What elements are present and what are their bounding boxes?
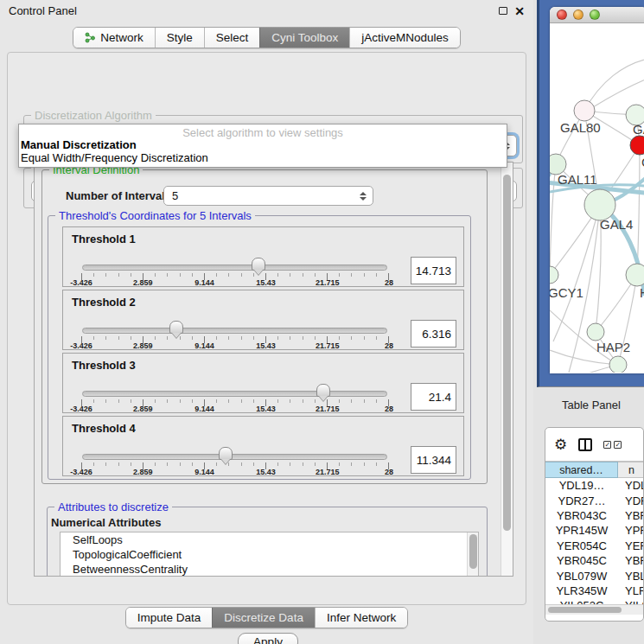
list-item[interactable]: SelfLoops [61, 532, 478, 547]
threshold-1-label: Threshold 1 [72, 233, 136, 245]
list-item[interactable]: TopologicalCoefficient [61, 547, 478, 562]
threshold-1-slider-thumb[interactable] [252, 258, 265, 271]
attributes-list-scrollbar[interactable] [467, 532, 478, 577]
threshold-4-panel: Threshold 4 -3.426 2.859 9.144 15.43 21.… [62, 416, 464, 476]
interval-definition-group: Interval Definition Number of Intervals … [41, 169, 488, 484]
select-columns-icons[interactable] [603, 441, 622, 449]
node-gal80 [574, 100, 595, 121]
threshold-4-tick-labels: -3.426 2.859 9.144 15.43 21.715 28 [81, 468, 389, 476]
label-gal4: GAL4 [600, 217, 633, 232]
number-of-intervals-value: 5 [172, 189, 178, 202]
node-gcy1 [550, 266, 558, 284]
node-bottom [609, 356, 627, 373]
threshold-2-slider-track[interactable] [82, 328, 387, 334]
close-icon[interactable]: ✕ [514, 5, 525, 17]
float-window-icon[interactable] [499, 7, 507, 15]
control-panel-titlebar: Control Panel ✕ [0, 0, 533, 22]
network-nodes[interactable] [550, 100, 644, 373]
tab-impute-data[interactable]: Impute Data [126, 608, 213, 628]
tab-jactivemnodules[interactable]: jActiveMNodules [349, 28, 460, 48]
number-of-intervals-label: Number of Intervals [66, 189, 171, 202]
threshold-1-value-field[interactable]: 14.713 [411, 257, 456, 284]
window-title: Control Panel [9, 4, 77, 17]
threshold-1-slider-track[interactable] [82, 265, 387, 271]
attributes-group: Attributes to discretize Numerical Attri… [47, 507, 488, 577]
attributes-group-title: Attributes to discretize [54, 501, 172, 513]
screen: Control Panel ✕ [0, 0, 644, 644]
table-horizontal-scrollbar[interactable] [545, 604, 643, 615]
numerical-attributes-label: Numerical Attributes [51, 516, 161, 529]
threshold-3-label: Threshold 3 [72, 359, 136, 372]
bottom-tab-bar: Impute Data Discretize Data Infer Networ… [0, 607, 533, 628]
top-tab-bar: Network Style Select Cyni Toolbox jActiv… [0, 27, 533, 48]
tab-style[interactable]: Style [155, 28, 204, 48]
zoom-traffic-light-icon[interactable] [590, 10, 600, 20]
threshold-2-label: Threshold 2 [72, 296, 136, 309]
threshold-2-value-field[interactable]: 6.316 [411, 320, 456, 348]
table-header-row: shared… n [545, 462, 643, 478]
discretization-algorithm-title: Discretization Algorithm [31, 109, 156, 122]
column-header-shared[interactable]: shared… [545, 462, 618, 478]
table-row[interactable]: YER054C YER0 [545, 539, 643, 553]
table-row[interactable]: YBR043C YBR0 [545, 508, 643, 523]
threshold-4-slider-track[interactable] [82, 454, 387, 460]
column-layout-icon[interactable] [578, 438, 592, 451]
table-panel-toolbar: ⚙ [545, 428, 643, 462]
menu-item-equal-width-frequency[interactable]: Equal Width/Frequency Discretization [19, 151, 507, 164]
threshold-1-panel: Threshold 1 -3.426 2.859 9.144 15.43 21.… [62, 226, 464, 287]
node-red-selected [630, 136, 644, 155]
settings-scroll-pane: Interval Definition Number of Intervals … [34, 162, 513, 577]
label-gal80: GAL80 [560, 120, 601, 135]
threshold-3-tick-labels: -3.426 2.859 9.144 15.43 21.715 28 [81, 405, 389, 413]
tab-network-label: Network [100, 31, 143, 44]
control-panel-window: Control Panel ✕ [0, 0, 533, 644]
threshold-3-slider-thumb[interactable] [316, 384, 330, 397]
checkbox-icon [603, 441, 611, 449]
number-of-intervals-spinner[interactable]: 5 [163, 186, 373, 206]
threshold-4-slider-thumb[interactable] [219, 447, 233, 460]
threshold-2-panel: Threshold 2 -3.426 2.859 9.144 15.43 21.… [62, 290, 464, 350]
table-row[interactable]: YDL19… YDL1 [545, 478, 643, 493]
table-body: YDL19… YDL1 YDR27… YDR2 YBR043C YBR0 YPR… [545, 478, 643, 614]
minimize-traffic-light-icon[interactable] [573, 10, 583, 20]
algorithm-placeholder: Select algorithm to view settings [19, 124, 507, 138]
table-row[interactable]: YDR27… YDR2 [545, 493, 643, 507]
network-canvas[interactable]: GAL80 GA C GAL11 GAL4 GCY1 H HAP2 [550, 23, 644, 373]
threshold-2-slider-thumb[interactable] [169, 321, 183, 334]
threshold-3-value-field[interactable]: 21.4 [411, 383, 456, 411]
table-row[interactable]: YBL079W YBL0 [545, 568, 643, 583]
label-gcy1: GCY1 [550, 285, 583, 300]
settings-vertical-scrollbar[interactable] [501, 163, 513, 576]
node-hap2 [587, 323, 604, 341]
threshold-4-label: Threshold 4 [72, 422, 136, 435]
tab-discretize-data[interactable]: Discretize Data [212, 608, 315, 628]
list-item[interactable]: BetweennessCentrality [61, 562, 478, 577]
tab-select[interactable]: Select [204, 28, 260, 48]
tab-network[interactable]: Network [73, 28, 155, 48]
menu-item-manual-discretization[interactable]: Manual Discretization [19, 138, 507, 151]
algorithm-dropdown-popup: Select algorithm to view settings Manual… [18, 124, 507, 168]
checkbox-icon [614, 441, 622, 449]
apply-button[interactable]: Apply [238, 633, 298, 644]
table-row[interactable]: YLR345W YLR3 [545, 583, 643, 598]
node-gal4 [584, 189, 615, 220]
tab-cyni-toolbox[interactable]: Cyni Toolbox [259, 28, 349, 48]
network-view-frame: GAL80 GA C GAL11 GAL4 GCY1 H HAP2 [537, 0, 644, 387]
label-partial-g: GA [633, 122, 644, 137]
network-icon [85, 32, 96, 43]
threshold-3-slider-track[interactable] [82, 391, 387, 397]
network-view-window: GAL80 GA C GAL11 GAL4 GCY1 H HAP2 [550, 7, 644, 373]
thresholds-group: Threshold's Coordinates for 5 Intervals … [48, 215, 471, 480]
threshold-1-tick-labels: -3.426 2.859 9.144 15.43 21.715 28 [81, 278, 389, 287]
threshold-4-value-field[interactable]: 11.344 [411, 446, 456, 474]
gear-icon[interactable]: ⚙ [554, 437, 567, 452]
threshold-2-tick-labels: -3.426 2.859 9.144 15.43 21.715 28 [81, 341, 389, 350]
column-header-name[interactable]: n [618, 462, 643, 478]
table-row[interactable]: YPR145W YPR1 [545, 523, 643, 538]
network-window-titlebar[interactable] [550, 7, 644, 23]
cyni-toolbox-panel: Discretization Algorithm Table Data galF… [7, 52, 526, 605]
close-traffic-light-icon[interactable] [557, 10, 567, 20]
table-row[interactable]: YBR045C YBR0 [545, 553, 643, 568]
tab-infer-network[interactable]: Infer Network [315, 608, 407, 628]
numerical-attributes-list[interactable]: SelfLoops TopologicalCoefficient Between… [60, 532, 479, 577]
